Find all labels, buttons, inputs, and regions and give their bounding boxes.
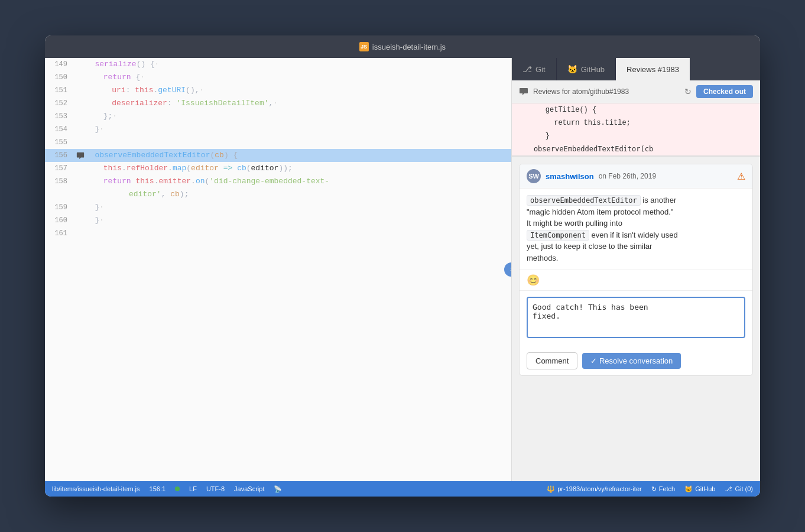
comment-text-3: It might be worth pulling into <box>527 219 622 228</box>
status-filepath: lib/items/issueish-detail-item.js <box>52 485 140 492</box>
diff-line-removed-1: getTitle() { <box>512 103 760 116</box>
refresh-icon[interactable]: ↻ <box>684 87 692 96</box>
diff-line-removed-2: return this.title; <box>512 116 760 129</box>
status-fetch-text: Fetch <box>659 485 676 492</box>
resolve-button[interactable]: ✓ Resolve conversation <box>582 353 681 369</box>
diff-area: getTitle() { return this.title; } observ… <box>512 103 760 157</box>
status-branch: 🔱 pr-1983/atom/vy/refractor-iter <box>547 485 641 493</box>
github-icon: 🐱 <box>567 64 577 74</box>
tab-github-label: GitHub <box>581 65 605 74</box>
file-name: issueish-detail-item.js <box>372 43 446 51</box>
status-dot <box>175 486 180 491</box>
status-git-icon: ⎇ <box>725 485 732 493</box>
tab-reviews[interactable]: Reviews #1983 <box>616 58 690 80</box>
inline-code-2: ItemComponent <box>527 230 589 241</box>
status-wifi-icon: 📡 <box>274 485 282 493</box>
status-filepath-text: lib/items/issueish-detail-item.js <box>52 485 140 492</box>
title-bar: JS issueish-detail-item.js <box>45 35 760 58</box>
comment-section[interactable]: SW smashwilson on Feb 26th, 2019 ⚠ obser… <box>512 157 760 481</box>
code-line-158a: 158 return this.emitter.on('did-change-e… <box>45 175 511 188</box>
action-buttons: Comment ✓ Resolve conversation <box>520 346 752 375</box>
diff-overflow-line: observeEmbeddedTextEditor(cb <box>512 142 760 156</box>
status-git-text: Git (0) <box>735 485 753 492</box>
code-line-153: 153 };· <box>45 110 511 123</box>
code-line-161: 161 <box>45 227 511 240</box>
code-line-157: 157 this.refHolder.map(editor => cb(edit… <box>45 162 511 175</box>
comment-text-5: yet, just to keep it close to the simila… <box>527 242 652 251</box>
reply-textarea[interactable]: Good catch! This has been fixed. <box>527 297 745 338</box>
right-panel: ⎇ Git 🐱 GitHub Reviews #1983 Reviews for… <box>512 58 760 481</box>
status-charset-text: UTF-8 <box>206 485 225 492</box>
diff-line-removed-3: } <box>512 129 760 142</box>
status-encoding: LF <box>189 485 197 492</box>
tab-github[interactable]: 🐱 GitHub <box>557 58 616 80</box>
comment-actions: 😊 <box>520 270 752 290</box>
fetch-icon: ↻ <box>651 485 657 493</box>
comment-text-4: even if it isn't widely used <box>589 231 678 239</box>
comment-header: SW smashwilson on Feb 26th, 2019 ⚠ <box>520 164 752 189</box>
status-position-text: 156:1 <box>150 485 166 492</box>
status-language-text: JavaScript <box>234 485 264 492</box>
avatar: SW <box>527 169 541 183</box>
reviews-for-label: Reviews for atom/github#1983 <box>533 87 680 96</box>
comment-bubble-icon <box>76 151 85 160</box>
status-fetch[interactable]: ↻ Fetch <box>651 485 676 493</box>
code-line-151: 151 uri: this.getURI(),· <box>45 84 511 97</box>
comment-block: SW smashwilson on Feb 26th, 2019 ⚠ obser… <box>519 164 753 376</box>
inline-code-1: observeEmbeddedTextEditor <box>527 195 641 206</box>
tab-reviews-label: Reviews #1983 <box>627 65 679 74</box>
status-bar: lib/items/issueish-detail-item.js 156:1 … <box>45 481 760 497</box>
reviews-chat-icon <box>519 87 528 96</box>
code-line-152: 152 deserializer: 'IssueishDetailItem',· <box>45 97 511 110</box>
status-dot-indicator <box>175 486 180 491</box>
status-language: JavaScript <box>234 485 264 492</box>
code-line-158b: editor', cb); <box>45 188 511 201</box>
title-bar-title: JS issueish-detail-item.js <box>359 42 446 51</box>
comment-button[interactable]: Comment <box>527 352 577 369</box>
tab-bar: ⎇ Git 🐱 GitHub Reviews #1983 <box>512 58 760 80</box>
comment-author: smashwilson <box>546 172 594 181</box>
tab-git-label: Git <box>535 65 546 74</box>
status-github[interactable]: 🐱 GitHub <box>684 485 715 493</box>
status-git[interactable]: ⎇ Git (0) <box>725 485 753 493</box>
checked-out-button[interactable]: Checked out <box>696 85 753 98</box>
comment-date: on Feb 26th, 2019 <box>599 172 656 180</box>
warning-icon: ⚠ <box>737 171 745 182</box>
status-position: 156:1 <box>150 485 166 492</box>
code-line-160: 160 }· <box>45 214 511 227</box>
status-github-text: GitHub <box>695 485 715 492</box>
code-line-159: 159 }· <box>45 201 511 214</box>
status-branch-text: pr-1983/atom/vy/refractor-iter <box>557 485 641 492</box>
status-charset: UTF-8 <box>206 485 225 492</box>
reply-area: Good catch! This has been fixed. <box>520 290 752 346</box>
comment-text-2: "magic hidden Atom item protocol method.… <box>527 207 673 216</box>
code-line-155: 155 <box>45 136 511 149</box>
comment-body: observeEmbeddedTextEditor is another "ma… <box>520 189 752 270</box>
git-icon: ⎇ <box>522 64 532 74</box>
code-line-150: 150 return {· <box>45 71 511 84</box>
code-lines: 149 serialize() {· 150 return {· 151 uri… <box>45 58 511 481</box>
reviews-header: Reviews for atom/github#1983 ↻ Checked o… <box>512 80 760 103</box>
status-encoding-text: LF <box>189 485 197 492</box>
status-github-icon: 🐱 <box>684 485 693 493</box>
comment-text-1: is another <box>641 196 677 205</box>
js-file-icon: JS <box>359 42 369 51</box>
tab-git[interactable]: ⎇ Git <box>512 58 557 80</box>
main-content: 149 serialize() {· 150 return {· 151 uri… <box>45 58 760 481</box>
comment-text-6: methods. <box>527 254 558 262</box>
code-line-156: 156 observeEmbeddedTextEditor(cb) { <box>45 149 511 162</box>
emoji-button[interactable]: 😊 <box>527 274 540 287</box>
code-editor[interactable]: 149 serialize() {· 150 return {· 151 uri… <box>45 58 512 481</box>
branch-icon: 🔱 <box>547 485 555 493</box>
code-line-154: 154 }· <box>45 123 511 136</box>
main-window: JS issueish-detail-item.js 149 serialize… <box>45 35 760 497</box>
code-line-149: 149 serialize() {· <box>45 58 511 71</box>
